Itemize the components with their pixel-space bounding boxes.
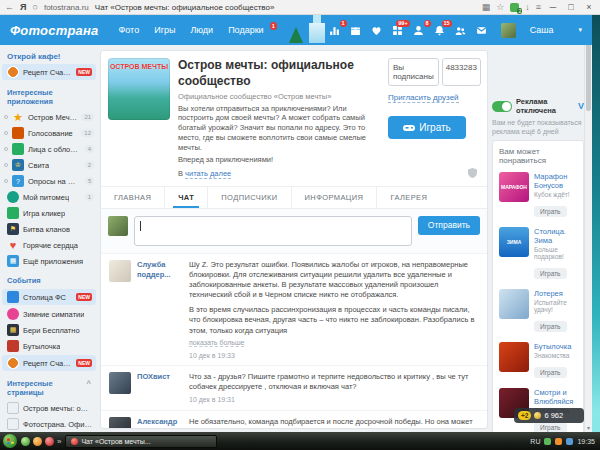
language-indicator[interactable]: RU [530,438,540,445]
tray-network-icon[interactable] [555,438,562,445]
site-security-icon[interactable]: ○ [32,3,37,12]
download-icon[interactable]: ↓ [525,3,530,12]
page-scrollbar[interactable]: ▾ [584,15,592,432]
tray-volume-icon[interactable] [566,438,573,445]
tray-antivirus-icon[interactable] [544,438,551,445]
app-thumbnail[interactable]: ЗИМА [499,227,529,257]
start-button[interactable] [3,434,17,448]
tab-glavnaya[interactable]: ГЛАВНАЯ [101,187,164,208]
minimize-button[interactable]: ─ [547,3,559,12]
user-menu-caret-icon[interactable]: ▾ [578,26,582,34]
collapse-icon[interactable]: ^ [87,379,91,397]
play-mini-button[interactable]: Играть [534,321,567,332]
sidebar-page-ostrov-mechty[interactable]: Остров мечты: офиц... [0,400,98,416]
app-thumbnail[interactable]: МАРАФОН [499,172,529,202]
sidebar-item-recept-schastya[interactable]: Рецепт СчастьяNEW [2,355,96,371]
sidebar-item-bitva-klanov[interactable]: ⚑Битва кланов [0,221,98,237]
message-author[interactable]: ПОХвист [131,372,189,405]
app-thumbnail[interactable] [499,289,529,319]
tree-icon [289,27,303,43]
bell-icon[interactable]: 15 [434,25,446,36]
quicklaunch-icon[interactable] [33,437,42,446]
app-name[interactable]: Столица. Зима [534,227,577,245]
message-author[interactable]: Александр [131,417,189,429]
tab-galereya[interactable]: ГАЛЕРЕЯ [376,187,440,208]
app-name[interactable]: Лотерея [534,289,577,298]
moderator-shield-icon[interactable] [468,164,477,182]
quicklaunch-icon[interactable] [45,437,54,446]
read-more-link[interactable]: читать далее [185,169,231,179]
sidebar-item-moy-pitomec[interactable]: Мой питомец1 [0,189,98,205]
fotostrana-logo[interactable]: Фотострана [10,23,98,38]
user-avatar[interactable] [501,23,516,38]
profile-icon[interactable]: 8 [413,25,425,36]
message-author[interactable]: Служба поддер... [131,260,189,360]
panels-icon[interactable]: ▦ [482,3,491,12]
nav-people[interactable]: Люди [190,25,213,35]
sidebar-page-fotostrana[interactable]: Фотострана. Официа... [0,416,98,432]
show-more-link[interactable]: показать больше [189,339,244,347]
play-mini-button[interactable]: Играть [534,206,567,217]
menu-icon[interactable]: ≡ [536,3,541,12]
mail-icon[interactable] [476,25,488,36]
pin-icon [4,179,8,183]
browser-logo-icon[interactable]: Я [20,3,26,12]
adblock-extension-icon[interactable]: 2 [510,3,519,12]
app-name[interactable]: Марафон Бонусов [534,172,577,190]
url-text[interactable]: fotostrana.ru [44,3,89,12]
heart-icon[interactable] [371,25,383,36]
nav-games[interactable]: Игры [154,25,175,35]
bookmark-star-icon[interactable]: ☆ [496,3,504,12]
close-button[interactable]: × [583,3,595,12]
sidebar-item-svita[interactable]: ♔Свита2 [0,157,98,173]
sidebar-item-igra-kliker[interactable]: Игра кликер [0,205,98,221]
app-thumbnail[interactable] [499,342,529,372]
message-avatar[interactable] [109,372,131,394]
suggestions-card: Вам может понравиться МАРАФОН Марафон Бо… [492,140,584,446]
app-name[interactable]: Бутылочка [534,342,571,351]
nav-photo[interactable]: Фото [118,25,139,35]
sidebar-item-lica-s-oblozhki[interactable]: Лица с обложки4 [0,141,98,157]
tab-informaciya[interactable]: ИНФОРМАЦИЯ [291,187,377,208]
play-mini-button[interactable]: Играть [534,268,567,279]
community-image[interactable]: ОСТРОВ МЕЧТЫ [108,58,170,120]
sidebar-item-more-apps[interactable]: ▦Ещё приложения [0,253,98,269]
message-avatar[interactable] [109,417,131,429]
sidebar-item-ostrov-mechty[interactable]: ★Остров Мечты21 [0,109,98,125]
nav-gifts[interactable]: Подарки1 [228,25,271,35]
balance-bar[interactable]: +2 6 962 [514,408,584,423]
send-button[interactable]: Отправить [418,216,480,235]
scroll-thumb[interactable] [586,41,591,111]
scroll-down-arrow-icon[interactable]: ▾ [585,424,592,431]
restore-button[interactable]: □ [565,3,577,12]
sidebar-item-beri-besplatno[interactable]: ▦Бери Бесплатно [0,322,98,338]
sidebar-item-oprosy[interactable]: ?Опросы на Фотостране5 [0,173,98,189]
play-button[interactable]: Играть [388,116,466,139]
quicklaunch-icon[interactable] [21,437,30,446]
taskbar-window-button[interactable]: Чат «Остров мечты... [65,435,217,448]
sidebar-item-recept-schastya-promo[interactable]: Рецепт Счастья NEW [2,64,96,80]
friends-icon[interactable] [455,25,467,36]
play-mini-button[interactable]: Играть [534,367,567,378]
activity-icon[interactable]: 1 [329,25,341,36]
gift-icon[interactable] [350,25,362,36]
sidebar-item-golosovanie[interactable]: Голосование12 [0,125,98,141]
app-name[interactable]: Смотри и Влюбляйся [534,388,577,406]
back-icon[interactable]: ← [5,3,14,12]
invite-friends-link[interactable]: Пригласить друзей [388,93,459,103]
quicklaunch-overflow-icon[interactable]: » [57,437,61,446]
sidebar-item-zimnie-simpatii[interactable]: Зимние симпатии [0,306,98,322]
user-name[interactable]: Саша [530,25,554,35]
message-avatar[interactable] [109,260,131,282]
open-cafe-link[interactable]: Открой кафе! [0,50,98,63]
tab-podpischiki[interactable]: ПОДПИСЧИКИ [207,187,290,208]
chat-compose: Отправить [101,208,487,253]
subscribed-button[interactable]: Вы подписаны [388,58,439,86]
sidebar-item-butylochka[interactable]: Бутылочка [0,338,98,354]
tab-chat[interactable]: ЧАТ [164,187,207,208]
chat-input[interactable] [134,216,412,246]
apps-grid-icon[interactable]: 99+ [392,25,404,36]
ad-toggle[interactable] [492,101,512,112]
sidebar-item-goryachie-serdca[interactable]: ♥Горячие сердца [0,237,98,253]
sidebar-item-stolica-fs[interactable]: Столица ФСNEW [2,289,96,305]
